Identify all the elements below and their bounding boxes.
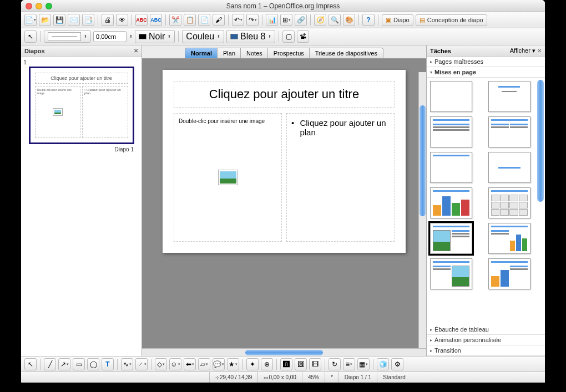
task-custom-animation[interactable]: ▸Animation personnalisée bbox=[427, 335, 545, 345]
alignment-tool[interactable]: ≡▾ bbox=[343, 358, 355, 370]
callout-tool[interactable]: 💬▾ bbox=[213, 358, 225, 370]
status-object-size: ▭ 0,00 x 0,00 bbox=[258, 372, 302, 383]
layout-title-chart-text[interactable] bbox=[488, 258, 530, 289]
close-slides-panel-icon[interactable]: ✕ bbox=[134, 48, 138, 54]
glue-points-tool[interactable]: ⊕ bbox=[261, 358, 273, 370]
outline-placeholder[interactable]: • Cliquez pour ajouter un plan bbox=[286, 113, 395, 242]
curve-tool[interactable]: ∿▾ bbox=[121, 358, 133, 370]
layout-title-clipart-text[interactable] bbox=[430, 223, 472, 254]
cut-button[interactable]: ✂️ bbox=[169, 14, 181, 26]
hyperlink-button[interactable]: 🔗 bbox=[295, 14, 307, 26]
editor: Normal Plan Notes Prospectus Trieuse de … bbox=[142, 45, 426, 356]
image-placeholder[interactable]: Double-clic pour insérer une image bbox=[174, 113, 282, 242]
flowchart-tool[interactable]: ▱▾ bbox=[198, 358, 210, 370]
print-preview-button[interactable]: 👁 bbox=[116, 14, 128, 26]
slide-thumbnail[interactable]: Cliquez pour ajouter un titre Double-cli… bbox=[29, 67, 134, 144]
undo-button[interactable]: ↶▾ bbox=[232, 14, 244, 26]
copy-button[interactable]: 📋 bbox=[184, 14, 196, 26]
save-button[interactable]: 💾 bbox=[53, 14, 65, 26]
layout-title-content[interactable] bbox=[430, 116, 472, 147]
horizontal-scrollbar[interactable] bbox=[142, 348, 426, 356]
points-tool[interactable]: ✦ bbox=[246, 358, 259, 370]
layout-title-chart[interactable] bbox=[430, 187, 472, 218]
fill-style-select[interactable]: Couleu ⬍ bbox=[182, 30, 224, 43]
thumb-image-placeholder: Double-clic pour insérer une image bbox=[35, 86, 81, 138]
layout-blank[interactable] bbox=[430, 81, 472, 112]
redo-button[interactable]: ↷▾ bbox=[246, 14, 259, 26]
select-tool[interactable]: ↖ bbox=[24, 358, 37, 370]
status-template: Standard bbox=[377, 372, 545, 383]
line-tool[interactable]: ╱ bbox=[44, 358, 56, 370]
slide-design-button[interactable]: ▤Conception de diapo bbox=[416, 14, 487, 26]
layout-title-text-clipart[interactable] bbox=[430, 258, 472, 289]
block-arrows-tool[interactable]: ⬅▾ bbox=[184, 358, 196, 370]
connector-tool[interactable]: ⟋▾ bbox=[135, 358, 148, 370]
pdf-export-button[interactable]: 📑 bbox=[82, 14, 94, 26]
select-button[interactable]: ↖ bbox=[24, 30, 37, 43]
zoom-button[interactable]: 🔍 bbox=[329, 14, 341, 26]
basic-shapes-tool[interactable]: ◇▾ bbox=[155, 358, 167, 370]
tab-notes[interactable]: Notes bbox=[240, 48, 269, 58]
layout-title-text-chart[interactable] bbox=[488, 223, 530, 254]
status-zoom[interactable]: 45% bbox=[302, 372, 325, 383]
titlebar[interactable]: Sans nom 1 – OpenOffice.org Impress bbox=[21, 0, 545, 12]
tab-slide-sorter[interactable]: Trieuse de diapositives bbox=[309, 48, 383, 58]
tasks-display-menu[interactable]: Afficher bbox=[510, 47, 530, 54]
shadow-button[interactable]: ▢ bbox=[282, 30, 295, 43]
layout-title-table[interactable] bbox=[488, 187, 530, 218]
print-button[interactable]: 🖨 bbox=[102, 14, 114, 26]
table-button[interactable]: ⊞▾ bbox=[280, 14, 292, 26]
text-tool[interactable]: T bbox=[102, 358, 114, 370]
open-button[interactable]: 📂 bbox=[39, 14, 51, 26]
current-slide[interactable]: Cliquez pour ajouter un titre Double-cli… bbox=[163, 70, 406, 253]
title-placeholder[interactable]: Cliquez pour ajouter un titre bbox=[174, 81, 395, 108]
tab-prospectus[interactable]: Prospectus bbox=[267, 48, 310, 58]
layout-title-only[interactable] bbox=[430, 152, 472, 183]
close-tasks-panel-icon[interactable]: ✕ bbox=[537, 48, 542, 54]
line-style-select[interactable]: ⬍ bbox=[44, 30, 91, 43]
arrow-tool[interactable]: ↗▾ bbox=[58, 358, 70, 370]
ellipse-tool[interactable]: ◯ bbox=[87, 358, 99, 370]
task-master-pages[interactable]: ▸Pages maîtresses bbox=[427, 57, 545, 67]
maximize-button[interactable] bbox=[46, 3, 52, 9]
navigator-button[interactable]: 🧭 bbox=[314, 14, 326, 26]
minimize-button[interactable] bbox=[36, 3, 42, 9]
star-tool[interactable]: ★▾ bbox=[227, 358, 239, 370]
gallery-tool[interactable]: 🎞 bbox=[309, 358, 321, 370]
layout-centered[interactable] bbox=[488, 152, 530, 183]
task-transition[interactable]: ▸Transition bbox=[427, 345, 545, 356]
symbol-shapes-tool[interactable]: ☺▾ bbox=[169, 358, 181, 370]
slide-show-button[interactable]: 📽 bbox=[297, 30, 309, 43]
layout-title[interactable] bbox=[488, 81, 530, 112]
close-button[interactable] bbox=[26, 3, 32, 9]
spellcheck-button[interactable]: ABC bbox=[135, 14, 148, 26]
auto-spellcheck-button[interactable]: ABC bbox=[150, 14, 162, 26]
rectangle-tool[interactable]: ▭ bbox=[73, 358, 85, 370]
rotate-tool[interactable]: ↻ bbox=[329, 358, 341, 370]
format-paintbrush-button[interactable]: 🖌 bbox=[213, 14, 225, 26]
line-color-select[interactable]: Noir ⬍ bbox=[135, 30, 175, 43]
new-doc-button[interactable]: 📄▾ bbox=[24, 14, 37, 26]
thumb-title-placeholder: Cliquez pour ajouter un titre bbox=[35, 73, 128, 84]
help-button[interactable]: ? bbox=[362, 14, 375, 26]
layouts-scrollbar[interactable] bbox=[537, 78, 544, 324]
fontwork-tool[interactable]: 🅰 bbox=[280, 358, 292, 370]
vertical-scrollbar[interactable] bbox=[418, 72, 426, 348]
width-stepper[interactable]: ⬍ bbox=[129, 34, 133, 39]
layout-title-2content[interactable] bbox=[488, 116, 530, 147]
tab-normal[interactable]: Normal bbox=[185, 48, 218, 58]
chart-button[interactable]: 📊 bbox=[266, 14, 278, 26]
arrange-tool[interactable]: ▦▾ bbox=[357, 358, 370, 370]
line-width-input[interactable] bbox=[93, 31, 127, 42]
email-button[interactable]: ✉️ bbox=[68, 14, 80, 26]
paste-button[interactable]: 📄 bbox=[198, 14, 210, 26]
tab-plan[interactable]: Plan bbox=[217, 48, 241, 58]
task-layouts[interactable]: ▾Mises en page bbox=[427, 67, 545, 78]
from-file-tool[interactable]: 🖼 bbox=[295, 358, 307, 370]
gallery-button[interactable]: 🎨 bbox=[343, 14, 355, 26]
fill-color-select[interactable]: Bleu 8 ⬍ bbox=[226, 30, 275, 43]
extrusion-tool[interactable]: 🧊 bbox=[377, 358, 389, 370]
task-table-design[interactable]: ▸Ébauche de tableau bbox=[427, 324, 545, 335]
slide-button[interactable]: ▣Diapo bbox=[382, 14, 413, 26]
interaction-tool[interactable]: ⚙ bbox=[391, 358, 403, 370]
